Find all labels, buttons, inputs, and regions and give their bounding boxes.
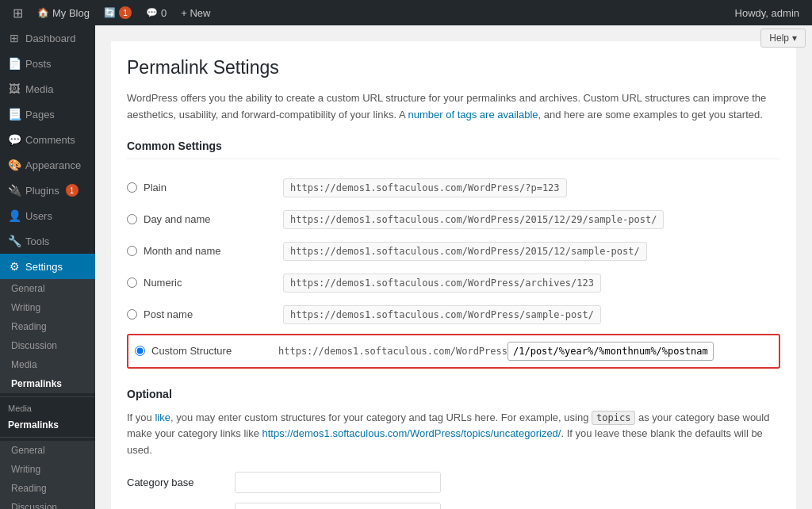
permalink-option-month-name: Month and name https://demos1.softaculou… bbox=[127, 235, 780, 267]
month-name-url-example: https://demos1.softaculous.com/WordPress… bbox=[283, 242, 647, 261]
posts-label: Posts bbox=[25, 58, 52, 70]
sidebar-item-dashboard[interactable]: ⊞ Dashboard bbox=[0, 25, 95, 51]
sidebar-item-users[interactable]: 👤 Users bbox=[0, 203, 95, 228]
sidebar-item-settings[interactable]: ⚙ Settings bbox=[0, 254, 95, 279]
custom-label[interactable]: Custom Structure bbox=[151, 345, 278, 357]
admin-menu: ⊞ Dashboard 📄 Posts 🖼 Media 📃 Pages 💬 Co… bbox=[0, 25, 95, 509]
media-bottom-label: Media bbox=[0, 400, 95, 416]
month-name-radio[interactable] bbox=[127, 246, 137, 256]
tag-base-row: Tag base bbox=[127, 503, 780, 509]
permalink-option-day-name: Day and name https://demos1.softaculous.… bbox=[127, 204, 780, 235]
updates-icon: 🔄 bbox=[104, 7, 116, 18]
sidebar-item-posts[interactable]: 📄 Posts bbox=[0, 51, 95, 76]
sidebar-item-tools[interactable]: 🔧 Tools bbox=[0, 228, 95, 254]
common-settings-title: Common Settings bbox=[127, 140, 780, 159]
media-icon: 🖼 bbox=[8, 82, 21, 95]
category-base-input[interactable] bbox=[235, 472, 441, 493]
numeric-radio[interactable] bbox=[127, 277, 137, 288]
menu-separator-2 bbox=[0, 437, 95, 438]
category-base-row: Category base bbox=[127, 472, 780, 493]
posts-icon: 📄 bbox=[8, 57, 21, 70]
tools-icon: 🔧 bbox=[8, 235, 21, 247]
tags-available-link[interactable]: number of tags are available bbox=[408, 109, 538, 121]
plugins-icon: 🔌 bbox=[8, 184, 21, 197]
submenu-writing[interactable]: Writing bbox=[0, 298, 95, 317]
day-name-label[interactable]: Day and name bbox=[144, 213, 270, 225]
wp-icon: ⊞ bbox=[13, 6, 23, 21]
numeric-url-example: https://demos1.softaculous.com/WordPress… bbox=[283, 274, 601, 293]
submenu-discussion[interactable]: Discussion bbox=[0, 336, 95, 355]
permalink-option-numeric: Numeric https://demos1.softaculous.com/W… bbox=[127, 267, 780, 299]
optional-desc-2: , you may enter custom structures for yo… bbox=[170, 411, 592, 423]
sidebar-item-comments[interactable]: 💬 Comments bbox=[0, 127, 95, 152]
post-name-radio[interactable] bbox=[127, 309, 137, 320]
my-blog-label: My Blog bbox=[52, 7, 90, 19]
submenu-permalinks[interactable]: Permalinks bbox=[0, 374, 95, 393]
new-item[interactable]: + New bbox=[174, 0, 216, 25]
my-blog-item[interactable]: 🏠 My Blog bbox=[31, 0, 96, 25]
intro-text-end: , and here are some examples to get you … bbox=[538, 109, 763, 121]
permalinks-bottom-label: Permalinks bbox=[0, 416, 95, 434]
day-name-url-example: https://demos1.softaculous.com/WordPress… bbox=[283, 210, 664, 229]
submenu-general2[interactable]: General bbox=[0, 441, 95, 460]
topics-url-link[interactable]: https://demos1.softaculous.com/WordPress… bbox=[262, 427, 561, 439]
chevron-down-icon: ▾ bbox=[792, 33, 797, 44]
optional-like-link[interactable]: like bbox=[155, 411, 170, 423]
appearance-label: Appearance bbox=[25, 159, 81, 171]
settings-submenu-2: General Writing Reading Discussion Media… bbox=[0, 441, 95, 509]
plain-label[interactable]: Plain bbox=[144, 182, 270, 193]
menu-separator bbox=[0, 396, 95, 397]
users-label: Users bbox=[25, 210, 52, 222]
settings-submenu: General Writing Reading Discussion Media… bbox=[0, 279, 95, 393]
submenu-media[interactable]: Media bbox=[0, 355, 95, 374]
permalink-option-custom: Custom Structure https://demos1.softacul… bbox=[127, 334, 780, 369]
blog-home-icon: 🏠 bbox=[37, 7, 49, 18]
optional-desc-1: If you bbox=[127, 411, 155, 423]
page-title: Permalink Settings bbox=[127, 57, 780, 78]
pages-icon: 📃 bbox=[8, 108, 21, 121]
comments-menu-icon: 💬 bbox=[8, 133, 21, 146]
plain-url-example: https://demos1.softaculous.com/WordPress… bbox=[283, 178, 567, 197]
topics-badge: topics bbox=[592, 411, 635, 425]
howdy-text: Howdy, admin bbox=[729, 7, 806, 19]
optional-description: If you like, you may enter custom struct… bbox=[127, 410, 780, 459]
custom-url-prefix: https://demos1.softaculous.com/WordPress bbox=[278, 346, 508, 357]
custom-structure-input[interactable] bbox=[508, 342, 714, 361]
help-button[interactable]: Help ▾ bbox=[760, 29, 806, 48]
numeric-label[interactable]: Numeric bbox=[144, 277, 270, 289]
comments-icon: 💬 bbox=[146, 7, 158, 18]
day-name-radio[interactable] bbox=[127, 214, 137, 224]
sidebar-item-pages[interactable]: 📃 Pages bbox=[0, 101, 95, 127]
comments-menu-label: Comments bbox=[25, 134, 75, 146]
plugins-label: Plugins bbox=[25, 185, 59, 197]
optional-title: Optional bbox=[127, 388, 780, 400]
submenu-discussion2[interactable]: Discussion bbox=[0, 498, 95, 509]
admin-bar: ⊞ 🏠 My Blog 🔄 1 💬 0 + New Howdy, admin bbox=[0, 0, 812, 25]
new-label: + New bbox=[181, 7, 210, 19]
sidebar-item-media[interactable]: 🖼 Media bbox=[0, 76, 95, 101]
sidebar-item-plugins[interactable]: 🔌 Plugins 1 bbox=[0, 178, 95, 203]
post-name-url-example: https://demos1.softaculous.com/WordPress… bbox=[283, 305, 601, 324]
plain-radio[interactable] bbox=[127, 182, 137, 193]
dashboard-label: Dashboard bbox=[25, 33, 76, 44]
updates-badge: 1 bbox=[119, 6, 132, 19]
updates-item[interactable]: 🔄 1 bbox=[98, 0, 138, 25]
intro-paragraph: WordPress offers you the ability to crea… bbox=[127, 90, 780, 124]
plugins-badge: 1 bbox=[66, 184, 79, 197]
submenu-writing2[interactable]: Writing bbox=[0, 460, 95, 479]
wp-logo-item[interactable]: ⊞ bbox=[6, 0, 29, 25]
pages-label: Pages bbox=[25, 109, 55, 121]
month-name-label[interactable]: Month and name bbox=[144, 245, 270, 257]
submenu-reading[interactable]: Reading bbox=[0, 317, 95, 336]
settings-icon: ⚙ bbox=[8, 260, 21, 273]
post-name-label[interactable]: Post name bbox=[144, 308, 270, 320]
submenu-reading2[interactable]: Reading bbox=[0, 479, 95, 498]
dashboard-icon: ⊞ bbox=[8, 32, 21, 44]
sidebar-item-appearance[interactable]: 🎨 Appearance bbox=[0, 152, 95, 178]
comments-item[interactable]: 💬 0 bbox=[140, 0, 173, 25]
help-label: Help bbox=[769, 33, 789, 44]
tools-label: Tools bbox=[25, 235, 49, 247]
custom-radio[interactable] bbox=[135, 346, 145, 356]
tag-base-input[interactable] bbox=[235, 503, 441, 509]
submenu-general[interactable]: General bbox=[0, 279, 95, 298]
